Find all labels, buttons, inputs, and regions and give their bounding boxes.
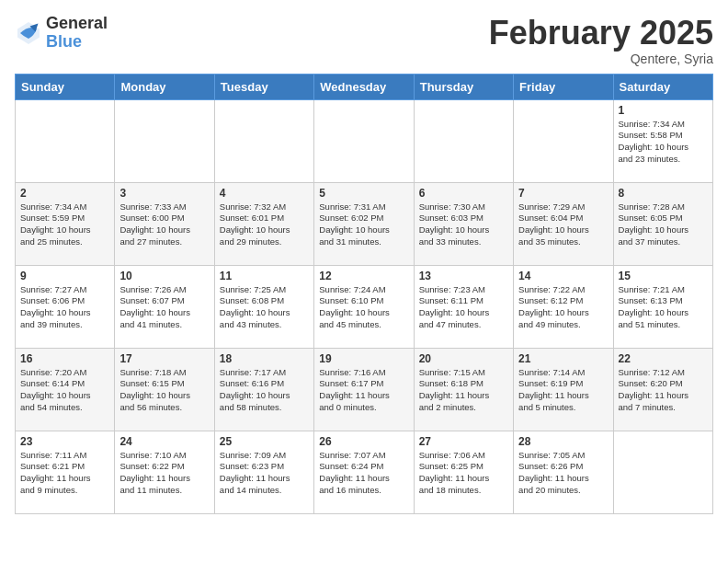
day-info: Sunrise: 7:32 AM Sunset: 6:01 PM Dayligh… xyxy=(220,201,309,248)
calendar-cell xyxy=(115,99,214,182)
day-number: 9 xyxy=(20,270,109,282)
logo-blue-text: Blue xyxy=(46,33,108,52)
day-info: Sunrise: 7:26 AM Sunset: 6:07 PM Dayligh… xyxy=(119,284,209,331)
day-number: 18 xyxy=(220,352,309,365)
day-info: Sunrise: 7:20 AM Sunset: 6:14 PM Dayligh… xyxy=(20,367,109,414)
day-info: Sunrise: 7:17 AM Sunset: 6:16 PM Dayligh… xyxy=(220,367,309,414)
day-number: 16 xyxy=(20,352,109,365)
day-number: 19 xyxy=(319,352,408,365)
calendar-cell: 2Sunrise: 7:34 AM Sunset: 5:59 PM Daylig… xyxy=(16,182,115,265)
day-info: Sunrise: 7:07 AM Sunset: 6:24 PM Dayligh… xyxy=(319,450,408,497)
calendar-cell xyxy=(16,99,115,182)
day-info: Sunrise: 7:05 AM Sunset: 6:26 PM Dayligh… xyxy=(518,450,608,497)
day-number: 7 xyxy=(518,187,608,200)
calendar-cell: 10Sunrise: 7:26 AM Sunset: 6:07 PM Dayli… xyxy=(115,265,214,348)
calendar-week-row: 9Sunrise: 7:27 AM Sunset: 6:06 PM Daylig… xyxy=(16,265,713,348)
title-block: February 2025 Qentere, Syria xyxy=(489,15,713,66)
page-header: General Blue February 2025 Qentere, Syri… xyxy=(15,15,713,66)
day-info: Sunrise: 7:11 AM Sunset: 6:21 PM Dayligh… xyxy=(20,450,109,497)
day-info: Sunrise: 7:06 AM Sunset: 6:25 PM Dayligh… xyxy=(419,450,508,497)
calendar-cell: 9Sunrise: 7:27 AM Sunset: 6:06 PM Daylig… xyxy=(16,265,115,348)
day-number: 28 xyxy=(518,435,608,448)
calendar-cell: 11Sunrise: 7:25 AM Sunset: 6:08 PM Dayli… xyxy=(214,265,313,348)
day-info: Sunrise: 7:24 AM Sunset: 6:10 PM Dayligh… xyxy=(319,284,408,331)
calendar-cell: 19Sunrise: 7:16 AM Sunset: 6:17 PM Dayli… xyxy=(314,348,414,431)
day-number: 25 xyxy=(220,435,309,448)
day-info: Sunrise: 7:10 AM Sunset: 6:22 PM Dayligh… xyxy=(119,450,209,497)
calendar-header-thursday: Thursday xyxy=(414,74,513,99)
calendar-cell: 28Sunrise: 7:05 AM Sunset: 6:26 PM Dayli… xyxy=(514,431,613,513)
calendar-cell: 12Sunrise: 7:24 AM Sunset: 6:10 PM Dayli… xyxy=(314,265,414,348)
day-number: 26 xyxy=(319,435,408,448)
calendar-cell: 8Sunrise: 7:28 AM Sunset: 6:05 PM Daylig… xyxy=(613,182,712,265)
day-info: Sunrise: 7:14 AM Sunset: 6:19 PM Dayligh… xyxy=(518,367,608,414)
calendar-cell: 23Sunrise: 7:11 AM Sunset: 6:21 PM Dayli… xyxy=(16,431,115,513)
calendar-cell: 17Sunrise: 7:18 AM Sunset: 6:15 PM Dayli… xyxy=(115,348,214,431)
calendar-week-row: 16Sunrise: 7:20 AM Sunset: 6:14 PM Dayli… xyxy=(16,348,713,431)
calendar-cell: 15Sunrise: 7:21 AM Sunset: 6:13 PM Dayli… xyxy=(613,265,712,348)
calendar-cell: 13Sunrise: 7:23 AM Sunset: 6:11 PM Dayli… xyxy=(414,265,513,348)
logo-general-text: General xyxy=(46,15,108,33)
calendar-week-row: 23Sunrise: 7:11 AM Sunset: 6:21 PM Dayli… xyxy=(16,431,713,513)
calendar-header-wednesday: Wednesday xyxy=(314,74,414,99)
day-number: 17 xyxy=(119,352,209,365)
day-info: Sunrise: 7:21 AM Sunset: 6:13 PM Dayligh… xyxy=(619,284,708,331)
day-number: 20 xyxy=(419,352,508,365)
calendar-week-row: 1Sunrise: 7:34 AM Sunset: 5:58 PM Daylig… xyxy=(16,99,713,182)
calendar-header-row: SundayMondayTuesdayWednesdayThursdayFrid… xyxy=(16,74,713,99)
day-info: Sunrise: 7:34 AM Sunset: 5:58 PM Dayligh… xyxy=(619,119,708,166)
day-number: 2 xyxy=(20,187,109,200)
calendar-header-friday: Friday xyxy=(514,74,613,99)
calendar-cell: 7Sunrise: 7:29 AM Sunset: 6:04 PM Daylig… xyxy=(514,182,613,265)
day-number: 22 xyxy=(619,352,708,365)
calendar-cell: 25Sunrise: 7:09 AM Sunset: 6:23 PM Dayli… xyxy=(214,431,313,513)
day-info: Sunrise: 7:33 AM Sunset: 6:00 PM Dayligh… xyxy=(119,201,209,248)
logo-text: General Blue xyxy=(46,15,108,52)
day-info: Sunrise: 7:30 AM Sunset: 6:03 PM Dayligh… xyxy=(419,201,508,248)
calendar-cell: 1Sunrise: 7:34 AM Sunset: 5:58 PM Daylig… xyxy=(613,99,712,182)
day-info: Sunrise: 7:27 AM Sunset: 6:06 PM Dayligh… xyxy=(20,284,109,331)
calendar-cell xyxy=(414,99,513,182)
location: Qentere, Syria xyxy=(489,52,713,66)
calendar-cell: 5Sunrise: 7:31 AM Sunset: 6:02 PM Daylig… xyxy=(314,182,414,265)
day-number: 8 xyxy=(619,187,708,200)
calendar-cell: 18Sunrise: 7:17 AM Sunset: 6:16 PM Dayli… xyxy=(214,348,313,431)
day-number: 24 xyxy=(119,435,209,448)
calendar-cell: 20Sunrise: 7:15 AM Sunset: 6:18 PM Dayli… xyxy=(414,348,513,431)
calendar-header-saturday: Saturday xyxy=(613,74,712,99)
calendar-header-sunday: Sunday xyxy=(16,74,115,99)
calendar-week-row: 2Sunrise: 7:34 AM Sunset: 5:59 PM Daylig… xyxy=(16,182,713,265)
calendar-cell xyxy=(613,431,712,513)
day-number: 12 xyxy=(319,270,408,282)
day-info: Sunrise: 7:22 AM Sunset: 6:12 PM Dayligh… xyxy=(518,284,608,331)
day-number: 6 xyxy=(419,187,508,200)
calendar-cell: 14Sunrise: 7:22 AM Sunset: 6:12 PM Dayli… xyxy=(514,265,613,348)
day-info: Sunrise: 7:16 AM Sunset: 6:17 PM Dayligh… xyxy=(319,367,408,414)
calendar-cell xyxy=(214,99,313,182)
day-info: Sunrise: 7:25 AM Sunset: 6:08 PM Dayligh… xyxy=(220,284,309,331)
day-number: 5 xyxy=(319,187,408,200)
logo: General Blue xyxy=(15,15,108,52)
day-info: Sunrise: 7:34 AM Sunset: 5:59 PM Dayligh… xyxy=(20,201,109,248)
calendar-cell: 26Sunrise: 7:07 AM Sunset: 6:24 PM Dayli… xyxy=(314,431,414,513)
calendar-cell: 22Sunrise: 7:12 AM Sunset: 6:20 PM Dayli… xyxy=(613,348,712,431)
calendar-header-monday: Monday xyxy=(115,74,214,99)
day-info: Sunrise: 7:18 AM Sunset: 6:15 PM Dayligh… xyxy=(119,367,209,414)
day-number: 1 xyxy=(619,104,708,117)
calendar-cell: 21Sunrise: 7:14 AM Sunset: 6:19 PM Dayli… xyxy=(514,348,613,431)
day-info: Sunrise: 7:12 AM Sunset: 6:20 PM Dayligh… xyxy=(619,367,708,414)
day-number: 23 xyxy=(20,435,109,448)
calendar-cell xyxy=(514,99,613,182)
calendar-table: SundayMondayTuesdayWednesdayThursdayFrid… xyxy=(15,74,713,514)
day-info: Sunrise: 7:29 AM Sunset: 6:04 PM Dayligh… xyxy=(518,201,608,248)
calendar-cell: 24Sunrise: 7:10 AM Sunset: 6:22 PM Dayli… xyxy=(115,431,214,513)
calendar-cell: 4Sunrise: 7:32 AM Sunset: 6:01 PM Daylig… xyxy=(214,182,313,265)
calendar-cell: 27Sunrise: 7:06 AM Sunset: 6:25 PM Dayli… xyxy=(414,431,513,513)
day-number: 27 xyxy=(419,435,508,448)
day-number: 13 xyxy=(419,270,508,282)
calendar-cell: 16Sunrise: 7:20 AM Sunset: 6:14 PM Dayli… xyxy=(16,348,115,431)
day-number: 3 xyxy=(119,187,209,200)
month-title: February 2025 xyxy=(489,15,713,52)
day-info: Sunrise: 7:15 AM Sunset: 6:18 PM Dayligh… xyxy=(419,367,508,414)
calendar-cell: 3Sunrise: 7:33 AM Sunset: 6:00 PM Daylig… xyxy=(115,182,214,265)
